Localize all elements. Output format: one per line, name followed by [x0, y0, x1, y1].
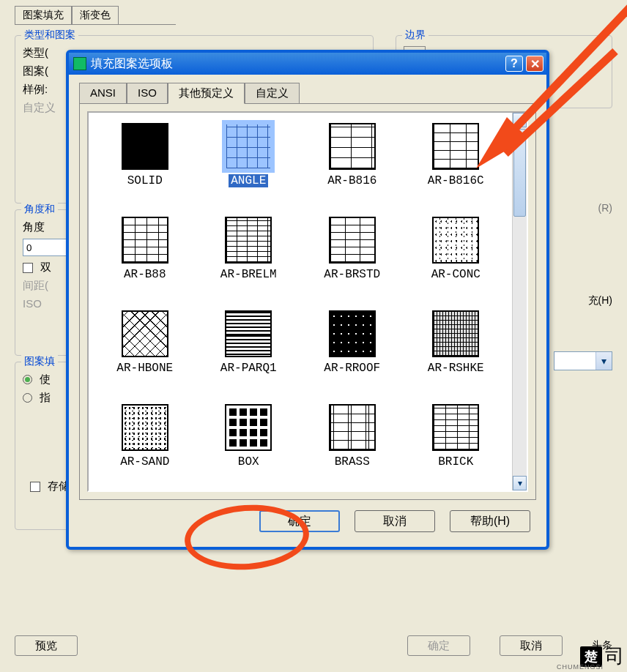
label-custom: 自定义 — [23, 101, 56, 115]
radio-specify[interactable] — [23, 393, 32, 403]
pattern-label: AR-B88 — [124, 268, 166, 281]
pattern-item-angle[interactable]: ANGLE — [197, 120, 301, 214]
ok-button[interactable]: 确定 — [259, 510, 340, 532]
pattern-swatch — [329, 123, 376, 170]
tab-other-predefined[interactable]: 其他预定义 — [168, 83, 245, 104]
pattern-label: AR-CONC — [431, 268, 481, 281]
pattern-swatch — [122, 123, 168, 170]
pattern-swatch — [432, 217, 479, 264]
pattern-label: AR-PARQ1 — [220, 362, 277, 375]
watermark: 楚 司 CHUMENGSI — [580, 643, 624, 669]
pattern-item-brick[interactable]: BRICK — [404, 401, 508, 490]
scrollbar[interactable]: ▴ ▾ — [512, 113, 527, 490]
pattern-item-ar-b816[interactable]: AR-B816 — [300, 120, 404, 214]
help-button[interactable]: 帮助(H) — [450, 510, 530, 532]
checkbox-store-default[interactable] — [30, 482, 40, 492]
tab-gradient[interactable]: 渐变色 — [72, 6, 119, 24]
pattern-item-brass[interactable]: BRASS — [300, 401, 404, 490]
label-angle: 角度 — [23, 220, 45, 234]
pattern-swatch — [225, 217, 272, 264]
combo-unknown[interactable]: ▾ — [554, 351, 612, 370]
pattern-item-box[interactable]: BOX — [197, 401, 301, 490]
tab-iso[interactable]: ISO — [127, 83, 168, 104]
app-icon — [73, 57, 86, 70]
pattern-item-ar-conc[interactable]: AR-CONC — [404, 214, 508, 307]
watermark-sub: CHUMENGSI — [557, 663, 604, 671]
pattern-label: BRASS — [335, 455, 370, 468]
pattern-swatch — [122, 217, 168, 264]
hatch-pattern-palette-dialog: 填充图案选项板 ? ✕ ANSI ISO 其他预定义 自定义 SOLIDANGL… — [66, 50, 549, 550]
pattern-grid: SOLIDANGLEAR-B816AR-B816CAR-B88AR-BRELMA… — [89, 113, 512, 490]
bg-cancel-button[interactable]: 取消 — [500, 635, 563, 656]
pattern-label: BOX — [238, 455, 259, 468]
label-pattern: 图案( — [23, 64, 48, 78]
pattern-item-solid[interactable]: SOLID — [93, 120, 197, 214]
pattern-swatch — [432, 310, 479, 357]
pattern-list-panel: SOLIDANGLEAR-B816AR-B816CAR-B88AR-BRELMA… — [87, 111, 528, 492]
pattern-swatch — [329, 404, 376, 451]
pattern-item-ar-hbone[interactable]: AR-HBONE — [93, 307, 197, 401]
scroll-thumb[interactable] — [513, 129, 526, 217]
group-origin: 图案填 — [21, 355, 58, 368]
pattern-swatch — [225, 123, 272, 170]
pattern-swatch — [432, 123, 479, 170]
pattern-item-ar-parq1[interactable]: AR-PARQ1 — [197, 307, 301, 401]
bg-ok-button[interactable]: 确定 — [407, 635, 470, 656]
pattern-label: AR-BRELM — [220, 268, 277, 281]
dialog-title: 填充图案选项板 — [91, 56, 173, 72]
pattern-item-ar-rshke[interactable]: AR-RSHKE — [404, 307, 508, 401]
pattern-swatch — [329, 217, 376, 264]
checkbox-double[interactable] — [23, 263, 33, 273]
preview-button[interactable]: 预览 — [15, 635, 78, 656]
pattern-tabs: ANSI ISO 其他预定义 自定义 — [79, 82, 536, 103]
chevron-down-icon: ▾ — [596, 352, 612, 370]
pattern-label: ANGLE — [229, 174, 268, 187]
pattern-swatch — [225, 404, 272, 451]
pattern-label: BRICK — [438, 455, 473, 468]
pattern-item-ar-brstd[interactable]: AR-BRSTD — [300, 214, 404, 307]
pattern-label: AR-B816C — [428, 174, 484, 187]
cancel-button[interactable]: 取消 — [355, 510, 435, 532]
help-icon[interactable]: ? — [505, 56, 523, 72]
pattern-item-ar-b88[interactable]: AR-B88 — [93, 214, 197, 307]
scroll-down-icon[interactable]: ▾ — [513, 476, 527, 490]
pattern-swatch — [329, 310, 376, 357]
label-iso: ISO — [23, 297, 42, 310]
tab-custom[interactable]: 自定义 — [245, 83, 300, 104]
pattern-label: AR-RSHKE — [428, 362, 484, 375]
pattern-item-ar-brelm[interactable]: AR-BRELM — [197, 214, 301, 307]
label-type: 类型( — [23, 46, 48, 60]
pattern-label: AR-BRSTD — [324, 268, 380, 281]
pattern-swatch — [225, 310, 272, 357]
label-sample: 样例: — [23, 83, 48, 97]
group-angle: 角度和 — [21, 203, 58, 216]
radio-use-current[interactable] — [23, 375, 32, 384]
label-use-current: 使 — [40, 373, 51, 387]
pattern-label: AR-B816 — [327, 174, 376, 187]
watermark-sym: 司 — [605, 643, 624, 669]
pattern-swatch — [122, 310, 168, 357]
group-boundary: 边界 — [402, 29, 428, 42]
scroll-up-icon[interactable]: ▴ — [513, 113, 527, 127]
pattern-swatch — [432, 404, 479, 451]
titlebar[interactable]: 填充图案选项板 ? ✕ — [69, 53, 546, 75]
group-type-pattern: 类型和图案 — [21, 29, 78, 42]
pattern-label: SOLID — [127, 174, 163, 187]
pattern-swatch — [122, 404, 168, 451]
label-spacing: 间距( — [23, 279, 48, 293]
label-double: 双 — [40, 261, 51, 275]
label-specify: 指 — [40, 391, 51, 405]
tab-ansi[interactable]: ANSI — [79, 83, 127, 104]
tab-pattern-fill[interactable]: 图案填充 — [15, 6, 72, 24]
pattern-item-ar-sand[interactable]: AR-SAND — [93, 401, 197, 490]
pattern-item-ar-b816c[interactable]: AR-B816C — [404, 120, 508, 214]
pattern-item-ar-rroof[interactable]: AR-RROOF — [300, 307, 404, 401]
pattern-label: AR-HBONE — [116, 362, 173, 375]
pattern-label: AR-SAND — [120, 455, 169, 468]
close-icon[interactable]: ✕ — [526, 56, 543, 72]
pattern-label: AR-RROOF — [324, 362, 380, 375]
